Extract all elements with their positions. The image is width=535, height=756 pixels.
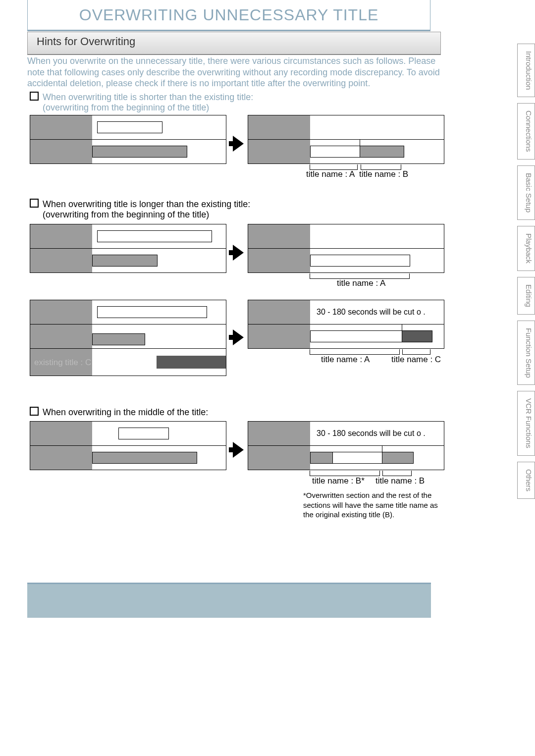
tab-editing[interactable]: Editing	[517, 277, 535, 315]
bullet-box-icon	[30, 199, 39, 208]
bullet-case-2: When overwriting title is longer than th…	[30, 198, 250, 220]
footnote: *Overwritten section and the rest of the…	[303, 490, 442, 520]
bullet-box-icon	[30, 407, 39, 416]
tab-playback[interactable]: Playback	[517, 226, 535, 271]
label-title-b-star: title name : B*	[312, 476, 365, 486]
case3-line1: When overwriting in the middle of the ti…	[43, 407, 208, 417]
diagram-2a-before	[30, 224, 226, 273]
brace	[310, 349, 400, 355]
brace	[382, 471, 412, 476]
bullet-box-icon	[30, 92, 39, 101]
label-title-b: title name : B	[359, 169, 408, 179]
case2-line1: When overwriting title is longer than th…	[43, 199, 250, 209]
cutoff-text: 30 - 180 seconds will be cut o .	[317, 429, 426, 438]
existing-title-c: existing title : C	[34, 358, 91, 368]
label-title-a: title name : A	[337, 278, 385, 288]
arrow-icon	[233, 442, 244, 458]
diagram-2b-after: 30 - 180 seconds will be cut o .	[248, 300, 444, 349]
arrow-icon	[233, 329, 244, 345]
section-header: Hints for Overwriting	[27, 32, 441, 55]
arrow-icon	[233, 136, 244, 152]
tab-connections[interactable]: Connections	[517, 103, 535, 159]
diagram-1-after	[248, 115, 444, 164]
cutoff-text: 30 - 180 seconds will be cut o .	[317, 308, 426, 317]
bullet-case-3: When overwriting in the middle of the ti…	[30, 406, 208, 418]
diagram-1-before	[30, 115, 226, 164]
label-title-c: title name : C	[391, 355, 441, 365]
label-title-b: title name : B	[375, 476, 425, 486]
diagram-2a-after	[248, 224, 444, 273]
brace	[310, 471, 380, 476]
bottom-bar	[27, 583, 431, 618]
tab-introduction[interactable]: Introduction	[517, 44, 535, 97]
intro-text: When you overwrite on the unnecessary ti…	[27, 55, 443, 89]
tab-others[interactable]: Others	[517, 462, 535, 499]
label-title-a: title name : A	[306, 169, 355, 179]
case1-line1: When overwriting title is shorter than t…	[43, 92, 253, 102]
brace	[402, 349, 430, 355]
label-title-a: title name : A	[321, 355, 370, 365]
tab-basic-setup[interactable]: Basic Setup	[517, 165, 535, 220]
tab-function-setup[interactable]: Function Setup	[517, 321, 535, 385]
diagram-2b-before: existing title : C	[30, 300, 226, 376]
diagram-3-after: 30 - 180 seconds will be cut o .	[248, 421, 444, 470]
side-tabs: Introduction Connections Basic Setup Pla…	[517, 44, 535, 505]
bullet-case-1: When overwriting title is shorter than t…	[30, 91, 253, 113]
page-title: OVERWRITING UNNECESSARY TITLE	[27, 0, 430, 31]
case2-line2: (overwriting from the beginning of the t…	[43, 210, 209, 219]
tab-vcr-functions[interactable]: VCR Functions	[517, 391, 535, 456]
case1-line2: (overwriting from the beginning of the t…	[43, 103, 209, 112]
block-c	[157, 356, 226, 369]
arrow-icon	[233, 245, 244, 261]
diagram-3-before	[30, 421, 226, 470]
